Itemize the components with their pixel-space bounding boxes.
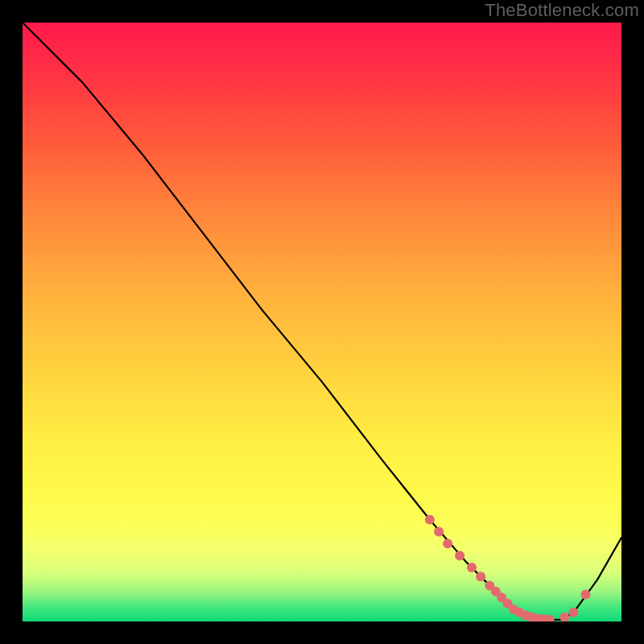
watermark-text: TheBottleneck.com	[485, 0, 639, 21]
curve-marker	[467, 563, 477, 572]
chart-svg	[23, 23, 621, 621]
curve-marker	[559, 613, 569, 621]
curve-marker	[443, 539, 452, 548]
curve-marker	[569, 608, 579, 617]
curve-marker	[476, 572, 485, 581]
curve-marker	[455, 551, 464, 560]
bottleneck-curve	[23, 23, 621, 620]
plot-area	[23, 23, 621, 621]
curve-marker	[434, 526, 444, 536]
marker-group	[425, 515, 591, 622]
chart-frame: TheBottleneck.com	[0, 0, 644, 644]
curve-marker	[425, 515, 435, 525]
curve-marker	[580, 590, 590, 600]
